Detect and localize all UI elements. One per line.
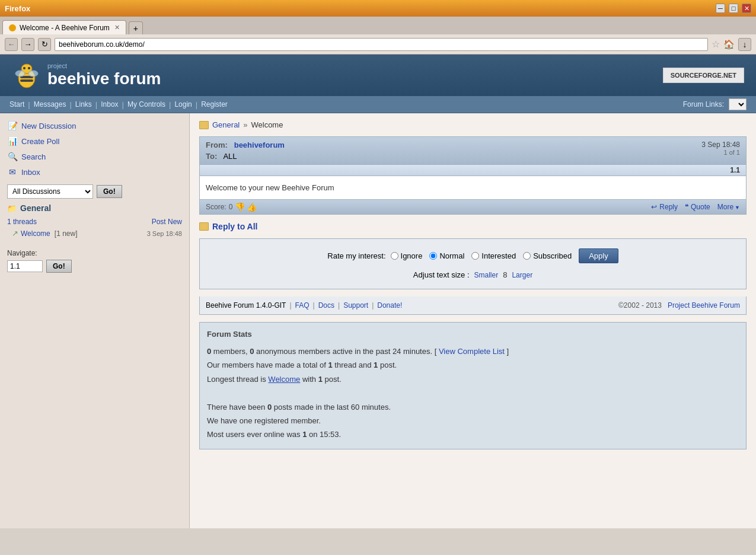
tab-favicon: [9, 24, 16, 31]
score-label: Score:: [206, 203, 227, 211]
tab-bar: Welcome - A Beehive Forum ✕ +: [0, 17, 756, 34]
reply-to-all-button[interactable]: Reply to All: [199, 222, 747, 231]
logo-project-text: project: [47, 62, 161, 69]
more-dropdown[interactable]: More: [717, 203, 740, 211]
reply-label: Reply: [659, 203, 678, 211]
nav-login[interactable]: Login: [174, 100, 192, 109]
from-name[interactable]: beehiveforum: [234, 141, 285, 149]
quote-button[interactable]: Quote: [685, 203, 710, 211]
nav-register[interactable]: Register: [201, 100, 228, 109]
logo-text: project beehive forum: [47, 62, 161, 88]
message-body: Welcome to your new Beehive Forum: [200, 176, 746, 199]
forward-button[interactable]: →: [21, 38, 34, 51]
navigate-section: Navigate: Go!: [7, 249, 182, 273]
minimize-button[interactable]: ─: [716, 4, 725, 13]
nav-links[interactable]: Links: [75, 100, 92, 109]
thread-date: 3 Sep 18:48: [147, 230, 182, 237]
logo-name-text: beehive forum: [47, 69, 161, 88]
longest-thread-link[interactable]: Welcome: [268, 375, 300, 384]
nav-bar: Start | Messages | Links | Inbox | My Co…: [0, 96, 756, 113]
address-input[interactable]: beehiveborum.co.uk/demo/: [55, 38, 708, 51]
bookmark-icon[interactable]: ☆: [712, 39, 720, 50]
message-meta: 3 Sep 18:48 1 of 1: [701, 141, 740, 156]
navigate-input[interactable]: [7, 260, 43, 272]
adjust-label: Adjust text size :: [413, 270, 470, 279]
page-content: project beehive forum SOURCEFORGE.NET St…: [0, 55, 756, 528]
ignore-radio[interactable]: [391, 252, 398, 260]
breadcrumb-folder-icon: [199, 121, 209, 129]
new-discussion-button[interactable]: New Discussion: [7, 120, 182, 131]
address-bar: ← → ↻ beehiveborum.co.uk/demo/ ☆ 🏠 ↓: [0, 34, 756, 55]
apply-button[interactable]: Apply: [579, 248, 618, 263]
nav-messages[interactable]: Messages: [34, 100, 66, 109]
discussion-filter-select[interactable]: All Discussions: [7, 184, 93, 199]
view-complete-list-link[interactable]: View Complete List: [439, 347, 505, 356]
donate-link[interactable]: Donate!: [377, 301, 402, 310]
maximize-button[interactable]: □: [729, 4, 738, 13]
reply-folder-icon: [199, 222, 209, 231]
total-posts: 1: [374, 361, 378, 369]
download-button[interactable]: ↓: [738, 38, 751, 51]
home-button[interactable]: 🏠: [723, 39, 735, 50]
text-size-value: 8: [503, 270, 507, 279]
project-beehive-link[interactable]: Project Beehive Forum: [668, 301, 740, 310]
footer-right: ©2002 - 2013 Project Beehive Forum: [618, 301, 740, 310]
thread-count-link[interactable]: 1 threads: [7, 218, 37, 226]
faq-link[interactable]: FAQ: [295, 301, 310, 310]
vote-down-icon[interactable]: 👎: [235, 202, 245, 212]
thread-welcome-link[interactable]: Welcome: [21, 229, 50, 238]
general-section-header[interactable]: General: [7, 203, 182, 213]
post-new-link[interactable]: Post New: [152, 218, 182, 226]
navigate-go-button[interactable]: Go!: [46, 260, 72, 273]
stats-line5: We have one registered member.: [207, 414, 739, 428]
active-tab[interactable]: Welcome - A Beehive Forum ✕: [2, 20, 126, 34]
interested-label: Interested: [481, 251, 516, 260]
support-link[interactable]: Support: [343, 301, 368, 310]
smaller-link[interactable]: Smaller: [474, 271, 499, 279]
svg-point-7: [23, 67, 25, 69]
search-button[interactable]: Search: [7, 151, 182, 162]
normal-radio[interactable]: [429, 252, 437, 260]
nav-inbox[interactable]: Inbox: [101, 100, 118, 109]
to-label: To:: [206, 152, 217, 161]
subscribed-radio[interactable]: [523, 252, 531, 260]
to-value: ALL: [223, 152, 237, 161]
discussion-filter-go-button[interactable]: Go!: [97, 185, 122, 198]
docs-link[interactable]: Docs: [318, 301, 334, 310]
interest-row: Rate my interest: Ignore Normal: [209, 248, 736, 263]
interested-radio[interactable]: [471, 252, 479, 260]
larger-link[interactable]: Larger: [512, 271, 532, 279]
reply-button[interactable]: Reply: [651, 203, 678, 211]
forum-links-select[interactable]: [729, 98, 747, 110]
create-poll-button[interactable]: Create Poll: [7, 136, 182, 146]
close-button[interactable]: ✕: [742, 4, 751, 13]
thread-count-row: 1 threads Post New: [7, 216, 182, 227]
ignore-option[interactable]: Ignore: [391, 251, 423, 260]
tab-close-button[interactable]: ✕: [114, 24, 120, 31]
message-from-row: From: beehiveforum: [206, 141, 285, 149]
breadcrumb-general-link[interactable]: General: [212, 120, 240, 129]
refresh-button[interactable]: ↻: [38, 38, 51, 51]
message-body-text: Welcome to your new Beehive Forum: [206, 183, 334, 192]
nav-my-controls[interactable]: My Controls: [127, 100, 165, 109]
rate-interest-label: Rate my interest:: [327, 251, 385, 260]
sidebar: New Discussion Create Poll Search Inbox …: [0, 113, 190, 528]
create-poll-label: Create Poll: [21, 137, 59, 146]
normal-option[interactable]: Normal: [429, 251, 464, 260]
back-button[interactable]: ←: [5, 38, 18, 51]
subscribed-option[interactable]: Subscribed: [523, 251, 572, 260]
sourceforge-badge[interactable]: SOURCEFORGE.NET: [663, 68, 744, 83]
inbox-button[interactable]: Inbox: [7, 167, 182, 177]
interest-radio-group: Ignore Normal Interested: [391, 248, 618, 263]
forum-links: Forum Links:: [683, 98, 747, 110]
score-section: Score: 0 👎 👍: [206, 202, 257, 212]
ignore-label: Ignore: [401, 251, 423, 260]
new-tab-button[interactable]: +: [129, 21, 143, 34]
stats-members-count: 0: [207, 347, 211, 356]
navigate-label: Navigate:: [7, 249, 182, 257]
nav-start[interactable]: Start: [9, 100, 24, 109]
interested-option[interactable]: Interested: [471, 251, 516, 260]
stats-anon-count: 0: [250, 347, 254, 356]
vote-up-icon[interactable]: 👍: [247, 202, 257, 212]
message-id: 1.1: [730, 166, 740, 174]
